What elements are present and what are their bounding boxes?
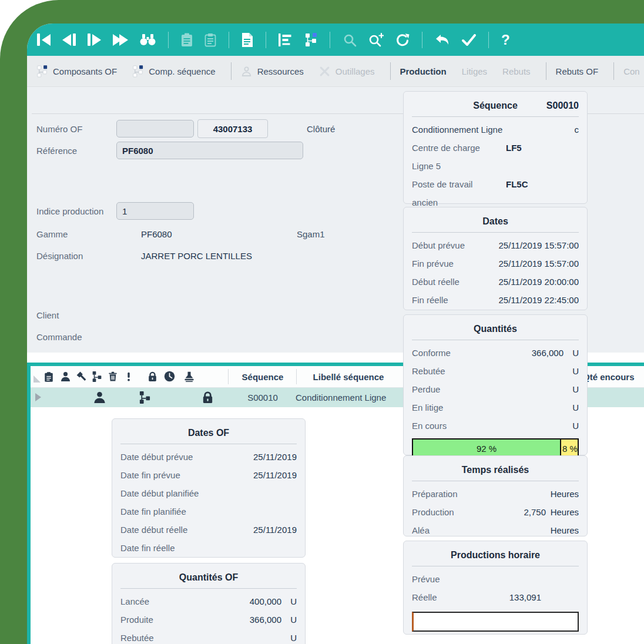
lock-icon	[147, 371, 158, 383]
paste-button[interactable]	[178, 24, 196, 56]
hourly-production-input[interactable]	[412, 612, 579, 632]
tab-consommations[interactable]: Con	[623, 66, 640, 76]
row-label: Prévue	[412, 574, 440, 584]
tab-label: Con	[623, 66, 640, 76]
tools-icon	[319, 66, 330, 77]
validate-button[interactable]	[459, 24, 479, 56]
tab-ressources[interactable]: Ressources	[241, 66, 304, 77]
hierarchy-icon	[304, 33, 317, 47]
numero-of-input[interactable]	[116, 120, 194, 137]
sequence-panel-title: Séquence S00010	[412, 96, 579, 117]
gamme-value: PF6080	[141, 229, 172, 239]
binoculars-icon	[140, 33, 156, 46]
panel-row: Début réelle 25/11/2019 20:00:00	[412, 273, 579, 291]
panel-row: Réelle 133,091	[412, 588, 579, 606]
panel-row: Préparation Heures	[412, 485, 579, 503]
stamp-icon	[183, 371, 195, 383]
panel-row: Ligne 5	[412, 157, 579, 175]
row-value: LF5	[506, 143, 522, 153]
copy-button[interactable]	[202, 24, 219, 56]
gantt-button[interactable]	[276, 24, 296, 56]
hierarchy-button[interactable]	[301, 24, 320, 56]
exclamation-icon	[124, 371, 133, 383]
sgam-value: Sgam1	[297, 229, 325, 239]
row-label: Date fin prévue	[120, 470, 180, 480]
row-label: Début prévue	[412, 240, 465, 250]
panel-row: Date fin prévue 25/11/2019	[120, 466, 297, 484]
panel-row: Poste de travail FL5C	[412, 175, 579, 193]
row-label: Conditionnement Ligne	[412, 125, 575, 135]
dates-panel-title: Dates	[412, 212, 579, 233]
row-unit: U	[281, 596, 297, 606]
panel-row: Rebutée U	[120, 629, 297, 644]
column-header-sequence[interactable]: Séquence	[230, 366, 295, 387]
hierarchy-icon	[36, 65, 48, 78]
hammer-icon	[76, 371, 87, 382]
panel-row: Aléa Heures	[412, 521, 579, 539]
tab-production[interactable]: Production	[400, 66, 447, 76]
panel-row: Date fin réelle	[120, 539, 297, 557]
row-label: Début réelle	[412, 277, 459, 287]
column-divider	[228, 369, 229, 384]
sequence-panel: Séquence S00010 Conditionnement Ligne c …	[403, 91, 588, 204]
row-label: Rebutée	[412, 366, 445, 376]
panel-row: Date fin planifiée	[120, 502, 297, 521]
panel-row: Rebutée U	[412, 362, 579, 380]
panel-row: Conditionnement Ligne c	[412, 120, 579, 139]
panel-row: Perdue U	[412, 380, 579, 398]
row-unit: U	[564, 366, 579, 376]
row-value: FL5C	[506, 179, 528, 189]
dates-of-panel-title: Dates OF	[120, 424, 297, 444]
tab-label: Outillages	[336, 66, 375, 76]
hierarchy-icon	[132, 65, 143, 78]
previous-record-button[interactable]	[59, 24, 79, 56]
tab-label: Comp. séquence	[149, 66, 215, 76]
column-header-qte-encours[interactable]: Qté encours	[583, 366, 644, 387]
refresh-button[interactable]	[393, 24, 412, 56]
tab-litiges[interactable]: Litiges	[462, 66, 487, 76]
tab-label: Ressources	[257, 66, 304, 76]
row-value: 366,000	[153, 615, 281, 625]
panel-row: Centre de charge LF5	[412, 139, 579, 157]
sequence-code: S00010	[546, 100, 579, 111]
reference-input[interactable]	[116, 142, 303, 159]
tab-label: Litiges	[462, 66, 487, 76]
hierarchy-icon	[139, 391, 151, 404]
tab-separator	[390, 62, 391, 80]
undo-button[interactable]	[432, 24, 453, 56]
row-label: Produite	[120, 615, 153, 625]
tab-outillages[interactable]: Outillages	[319, 66, 375, 77]
row-selector-icon[interactable]	[35, 393, 41, 401]
designation-label: Désignation	[36, 251, 141, 261]
quantities-of-panel-title: Quantités OF	[120, 568, 297, 589]
indice-production-input[interactable]	[116, 202, 194, 220]
trash-icon	[108, 371, 118, 383]
row-unit: Heures	[546, 489, 579, 499]
toolbar-separator	[488, 32, 489, 48]
toolbar: ?	[27, 24, 644, 56]
column-header-libelle[interactable]: Libellé séquence	[298, 366, 398, 387]
quantities-of-panel: Quantités OF Lancée 400,000 U Produite 3…	[112, 563, 306, 644]
screenshot-root: ? Composants OF Comp. séquence	[0, 0, 644, 644]
designation-value: JARRET PORC LENTILLES	[141, 251, 252, 261]
search-button[interactable]	[340, 24, 360, 56]
help-button[interactable]: ?	[498, 24, 513, 56]
first-record-button[interactable]	[34, 24, 53, 56]
person-icon	[93, 391, 106, 404]
fast-forward-button[interactable]	[110, 24, 131, 56]
row-label: Production	[412, 507, 454, 517]
row-label: Ligne 5	[412, 161, 579, 171]
next-record-button[interactable]	[85, 24, 104, 56]
row-sequence-value: S00010	[230, 388, 295, 407]
row-unit: U	[564, 421, 579, 431]
tab-separator	[546, 62, 546, 80]
row-value: 25/11/2019 15:57:00	[465, 240, 579, 250]
new-document-button[interactable]	[239, 24, 256, 56]
panel-row: Prévue	[412, 570, 579, 588]
tab-comp-sequence[interactable]: Comp. séquence	[132, 65, 215, 78]
tab-composants-of[interactable]: Composants OF	[36, 65, 117, 78]
find-button[interactable]	[137, 24, 159, 56]
tab-rebuts[interactable]: Rebuts	[502, 66, 531, 76]
zoom-in-button[interactable]	[365, 24, 387, 56]
tab-rebuts-of[interactable]: Rebuts OF	[556, 66, 599, 76]
